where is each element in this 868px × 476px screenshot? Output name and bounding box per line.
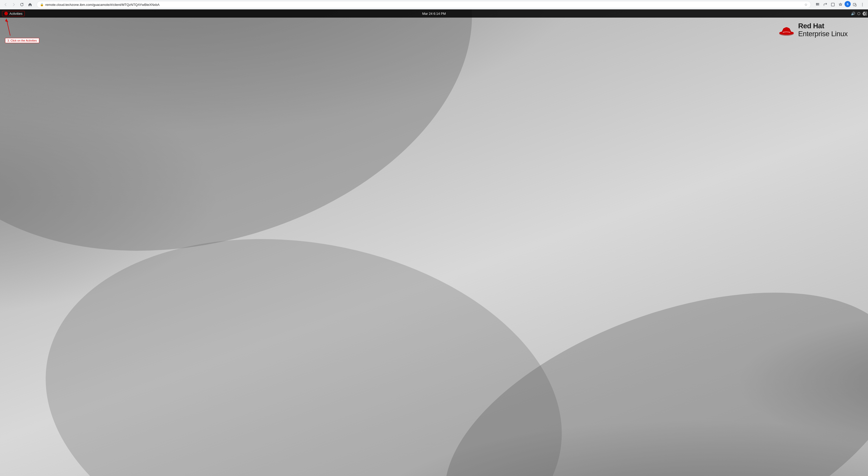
svg-point-8 [862, 3, 863, 4]
svg-point-10 [862, 6, 863, 6]
bookmark-manager-button[interactable] [814, 1, 821, 8]
svg-rect-7 [855, 5, 856, 6]
redhat-text: Red Hat Enterprise Linux [798, 22, 848, 38]
activities-button[interactable]: Activities [2, 11, 25, 16]
back-button[interactable] [2, 1, 9, 8]
extensions-button[interactable] [851, 1, 858, 8]
browser-actions: S [814, 1, 866, 8]
guac-icon [863, 12, 867, 15]
svg-rect-1 [817, 3, 818, 4]
svg-rect-5 [818, 4, 819, 5]
svg-rect-6 [831, 3, 834, 6]
svg-rect-4 [817, 4, 818, 5]
topbar-clock: Mar 24 6:14 PM [422, 12, 446, 16]
svg-rect-3 [816, 4, 817, 5]
address-bar[interactable] [45, 3, 804, 7]
audio-icon[interactable]: 🔊 [851, 11, 855, 16]
favorite-button[interactable] [837, 1, 844, 8]
home-button[interactable] [27, 1, 34, 8]
redhat-dot-icon [4, 12, 8, 15]
wallpaper [0, 9, 868, 476]
browser-toolbar: 🔒 ☆ [0, 0, 868, 9]
reload-button[interactable] [18, 1, 26, 8]
annotation-arrow-svg [5, 18, 20, 38]
forward-button[interactable] [10, 1, 17, 8]
share-button[interactable] [822, 1, 829, 8]
new-tab-button[interactable] [829, 1, 836, 8]
star-icon[interactable]: ☆ [804, 3, 808, 7]
redhat-hat-icon [779, 24, 794, 36]
guac-corner-button[interactable] [862, 9, 868, 18]
gnome-topbar: Activities Mar 24 6:14 PM 🔊 ⬡ ⏻ [0, 9, 868, 18]
browser-chrome: 🔒 ☆ [0, 0, 868, 9]
menu-button[interactable] [859, 1, 866, 8]
redhat-logo: Red Hat Enterprise Linux [779, 22, 848, 38]
activities-label: Activities [9, 12, 23, 16]
svg-point-9 [862, 4, 863, 5]
redhat-product: Enterprise Linux [798, 30, 848, 38]
lock-icon: 🔒 [40, 3, 44, 6]
network-icon[interactable]: ⬡ [857, 11, 860, 16]
svg-marker-16 [5, 19, 8, 22]
annotation-tooltip: 3. Click on the Activities [5, 38, 39, 43]
remote-desktop[interactable]: Activities Mar 24 6:14 PM 🔊 ⬡ ⏻ [0, 9, 868, 476]
account-button[interactable]: S [844, 1, 851, 7]
annotation-container: 3. Click on the Activities [5, 18, 20, 39]
redhat-name: Red Hat [798, 22, 848, 30]
svg-rect-0 [816, 3, 817, 4]
address-bar-container[interactable]: 🔒 ☆ [37, 1, 811, 8]
svg-rect-2 [818, 3, 819, 4]
